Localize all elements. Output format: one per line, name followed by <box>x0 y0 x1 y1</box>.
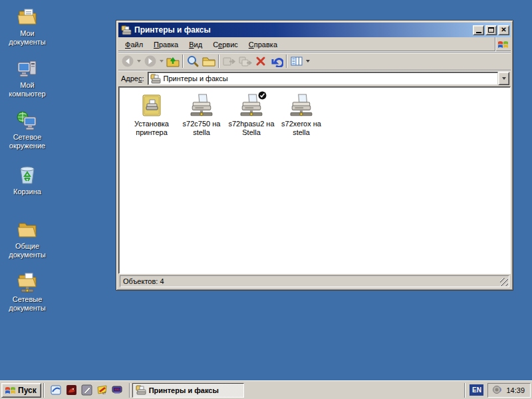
forward-dropdown-icon[interactable] <box>160 60 164 63</box>
dragon-icon[interactable] <box>66 384 77 396</box>
desktop: { "colors": { "desktop": "#3F6FA8", "chr… <box>0 0 532 399</box>
start-button[interactable]: Пуск <box>1 383 41 398</box>
menu-view[interactable]: Вид <box>184 39 207 51</box>
title-bar[interactable]: Принтеры и факсы ✕ <box>118 23 511 37</box>
taskbar-separator <box>129 383 130 398</box>
desktop-icon-recycle-bin[interactable]: Корзина <box>1 164 53 196</box>
item-label: Установка принтера <box>127 120 176 137</box>
address-label: Адрес: <box>121 74 144 82</box>
toolbar <box>118 52 511 70</box>
window-document-icon[interactable] <box>51 384 62 396</box>
address-dropdown-button[interactable] <box>498 72 509 85</box>
forward-button[interactable] <box>142 53 158 69</box>
delete-button[interactable] <box>253 53 269 69</box>
network-printer-icon <box>239 111 263 119</box>
desktop-icon-network-documents[interactable]: Сетевые документы <box>1 271 53 313</box>
desktop-icon-network-places[interactable]: Сетевое окружение <box>1 109 53 150</box>
start-label: Пуск <box>18 386 37 395</box>
up-button[interactable] <box>165 53 181 69</box>
back-dropdown-icon[interactable] <box>137 60 141 63</box>
printers-and-faxes-window: Принтеры и факсы ✕ Файл Правка Вид Серви… <box>116 20 513 291</box>
network-printer-icon <box>289 111 313 119</box>
folders-button[interactable] <box>201 53 217 69</box>
status-panel: Объектов: 4 <box>120 275 509 287</box>
desktop-icon-label: Сетевые документы <box>1 295 53 313</box>
undo-button[interactable] <box>269 53 285 69</box>
svg-text:v7: v7 <box>102 391 106 395</box>
minimize-button[interactable] <box>473 25 484 35</box>
desktop-icon-shared-documents[interactable]: Общие документы <box>1 218 53 259</box>
desktop-icon-label: Мой компьютер <box>1 81 53 98</box>
printer-item-s72hpasu2[interactable]: s72hpasu2 на Stella <box>227 94 276 137</box>
menu-tools[interactable]: Сервис <box>207 39 243 51</box>
menu-edit[interactable]: Правка <box>148 39 184 51</box>
taskbar: Пуск v7 BSD Принтеры и факсы EN 14:39 <box>0 380 532 399</box>
shared-documents-icon <box>16 218 39 241</box>
windows-logo-icon <box>495 37 511 51</box>
network-documents-icon <box>16 271 39 294</box>
task-button-printers[interactable]: Принтеры и факсы <box>132 383 244 398</box>
printer-task-icon <box>136 385 146 395</box>
desktop-icon-my-computer[interactable]: Мой компьютер <box>1 57 53 98</box>
item-label: s72c750 на stella <box>177 120 226 137</box>
my-computer-icon <box>16 57 39 80</box>
printer-window-icon <box>121 25 132 35</box>
toolbar-separator <box>286 55 287 68</box>
taskbar-separator <box>43 383 45 398</box>
toolbar-separator <box>182 55 184 68</box>
volume-icon[interactable] <box>492 384 503 396</box>
task-button-label: Принтеры и факсы <box>149 386 219 394</box>
printer-address-icon <box>150 74 161 83</box>
svg-text:BSD: BSD <box>114 388 120 391</box>
taskbar-separator <box>464 383 466 398</box>
desktop-icon-label: Сетевое окружение <box>1 133 53 150</box>
clock: 14:39 <box>506 386 525 394</box>
close-button[interactable]: ✕ <box>498 25 509 35</box>
menu-bar: Файл Правка Вид Сервис Справка <box>118 37 511 52</box>
item-label: s72xerox на stella <box>277 120 326 137</box>
maximize-button[interactable] <box>485 25 497 35</box>
address-value: Принтеры и факсы <box>164 74 228 82</box>
desktop-icon-label: Корзина <box>1 188 53 196</box>
resize-grip[interactable] <box>500 278 508 286</box>
window-title: Принтеры и факсы <box>134 25 471 35</box>
network-printer-icon <box>190 111 213 119</box>
search-button[interactable] <box>185 53 201 69</box>
views-dropdown-icon[interactable] <box>306 60 310 63</box>
v7-pen-icon[interactable]: v7 <box>96 384 108 396</box>
copy-to-button[interactable] <box>237 53 253 69</box>
quick-launch: v7 BSD <box>47 384 127 396</box>
views-button[interactable] <box>289 53 305 69</box>
back-button[interactable] <box>120 53 136 69</box>
status-text: Объектов: 4 <box>123 277 164 285</box>
add-printer-item[interactable]: Установка принтера <box>127 94 176 137</box>
my-documents-icon <box>16 5 39 28</box>
item-label: s72hpasu2 на Stella <box>227 120 276 137</box>
desktop-icon-label: Общие документы <box>1 242 53 259</box>
menu-file[interactable]: Файл <box>120 39 148 51</box>
printer-item-s72xerox[interactable]: s72xerox на stella <box>277 94 326 137</box>
desktop-icon-label: Мои документы <box>1 29 53 47</box>
terminal-computer-icon[interactable]: BSD <box>112 384 123 396</box>
system-tray: 14:39 <box>487 383 531 398</box>
menu-help[interactable]: Справка <box>243 39 283 51</box>
network-places-icon <box>16 109 39 132</box>
move-to-button[interactable] <box>221 53 237 69</box>
desktop-icon-my-documents[interactable]: Мои документы <box>1 5 53 47</box>
printer-item-s72c750[interactable]: s72c750 на stella <box>177 94 226 137</box>
default-printer-check-icon <box>258 91 267 101</box>
address-input[interactable]: Принтеры и факсы <box>148 72 498 85</box>
toolbar-separator <box>218 55 219 68</box>
windows-flag-icon <box>5 385 16 395</box>
add-printer-icon <box>140 111 164 119</box>
status-bar: Объектов: 4 <box>118 274 511 288</box>
language-indicator[interactable]: EN <box>469 384 483 396</box>
folder-content: Установка принтера s72c750 на stella s72… <box>118 86 511 274</box>
document-pen-icon[interactable] <box>81 384 92 396</box>
recycle-bin-icon <box>16 164 39 186</box>
address-bar: Адрес: Принтеры и факсы <box>118 70 511 86</box>
